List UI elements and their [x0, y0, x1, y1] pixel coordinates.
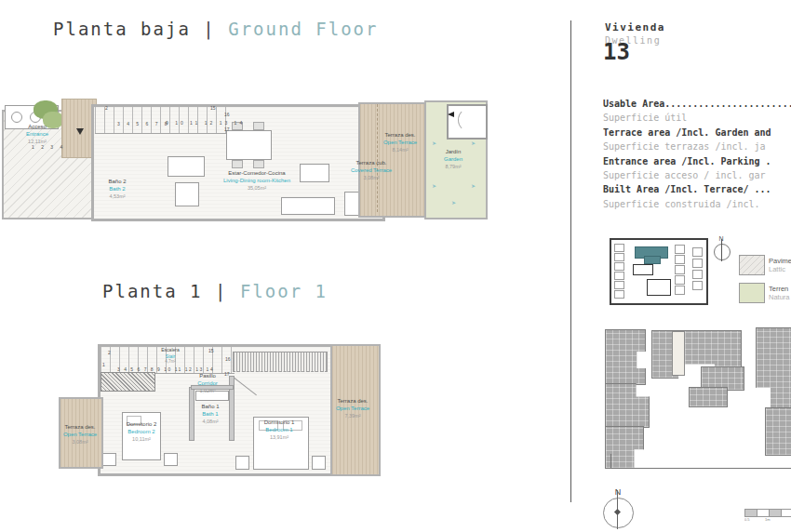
room-name-en: Bedroom 2 [127, 429, 157, 436]
north-arrow-small: N [713, 235, 730, 261]
site-building-block [605, 329, 646, 385]
legend-label-line1: Pavime [769, 257, 791, 265]
room-name-es: Terraza cub. [351, 160, 392, 167]
stair-number: 2 [108, 350, 111, 355]
room-label-bedroom2: Dormitorio 2 Bedroom 2 10,11m² [127, 421, 157, 443]
legend-entry-paving: Pavime Lattic [769, 257, 791, 273]
area-line-en: Usable Area.......................... [603, 97, 791, 111]
room-area: 3,08m² [351, 175, 392, 181]
site-building-block [765, 407, 791, 456]
floorplan-sheet: { "titles": { "ground": {"es": "Planta b… [0, 0, 791, 532]
stair-number: 15 [208, 348, 214, 353]
stair-number: 3 4 5 6 7 8 9 10 11 12 13 14 [117, 366, 214, 372]
legend-label-line2: Lattic [769, 265, 791, 273]
room-name-en: Corridor [197, 380, 218, 388]
chair [232, 160, 243, 168]
ground-floor-plan: ➤ ➤ ➤ ➤ ➤ 3 4 5 6 7 8 9 10 11 12 13 14 2… [0, 93, 488, 223]
floor1-title: Planta 1 | Floor 1 [102, 281, 328, 301]
room-label-corridor: Pasillo Corridor 1,92m² [197, 373, 218, 394]
area-line-en: Built Area /Incl. Terrace/ ... [603, 182, 791, 196]
stair-number: 16 [224, 112, 230, 117]
room-name-es: Dormitorio 2 [127, 421, 157, 429]
room-name-es: Jardín [444, 149, 463, 156]
north-label: N [601, 487, 635, 497]
chair [253, 122, 264, 130]
door-arc [458, 108, 482, 132]
key-building [675, 245, 685, 254]
key-plan [610, 238, 708, 305]
key-building [692, 259, 703, 268]
drain-arrow-icon: ➤ [432, 140, 436, 146]
room-label-covered-terrace: Terraza cub. Covered Terrace 3,08m² [351, 160, 392, 181]
key-building [614, 244, 624, 252]
north-arrow-large: N [601, 487, 635, 530]
stair-number: 15 [210, 105, 216, 111]
room-label-stair: Escalera Stair 4,7m² [161, 347, 179, 365]
room-label-garden: Jardín Garden 8,79m² [444, 149, 463, 170]
stair-number: 17 [224, 126, 230, 132]
key-building [675, 275, 685, 285]
stair-number: 17 [224, 371, 230, 377]
room-label-bath2: Baño 2 Bath 2 4,53m² [108, 179, 126, 200]
key-building [692, 247, 703, 257]
room-label-terrace-right: Terraza des. Open Terrace 7,39m² [336, 398, 369, 419]
stair-number: 1 2 3 4 [32, 144, 65, 150]
site-building-block [756, 327, 791, 411]
room-name-en: Entrance [26, 131, 48, 139]
drain-arrow-icon: ➤ [451, 199, 456, 206]
room-name-es: Baño 1 [201, 404, 219, 411]
room-area: 4,08m² [201, 419, 219, 425]
wardrobe [101, 372, 155, 392]
kitchen-counter [281, 197, 335, 215]
title-en: Floor 1 [240, 281, 328, 301]
wall-segment [189, 387, 194, 441]
key-building [675, 265, 685, 274]
terrace-divider-line [377, 104, 378, 212]
armchair [175, 182, 199, 206]
site-building-block [689, 387, 728, 407]
room-label-bedroom1: Dormitorio 1 Bedroom 1 13,91m² [264, 419, 295, 441]
room-area: 12,11m² [26, 139, 48, 145]
room-name-en: Garden [444, 156, 463, 164]
entry-door-arrow-icon [76, 128, 84, 135]
room-label-bath1: Baño 1 Bath 1 4,08m² [201, 404, 219, 425]
room-name-es: Acceso [26, 124, 48, 131]
area-line-es: Superficie útil [603, 111, 791, 125]
nightstand [312, 456, 326, 470]
chair [253, 160, 264, 168]
room-area: 4,53m² [108, 193, 126, 200]
room-area: 8,79m² [444, 164, 463, 170]
sofa [168, 156, 205, 177]
key-building [692, 270, 703, 279]
title-en: Ground Floor [228, 19, 378, 39]
key-building [614, 253, 624, 261]
room-label-terrace-left: Terraza des. Open Terrace 3,08m² [63, 424, 97, 446]
legend-entry-natural: Terren Natura [769, 285, 791, 301]
pergola-strip [233, 352, 328, 372]
drain-arrow-icon: ➤ [432, 182, 436, 189]
room-area: 7,39m² [336, 413, 369, 419]
area-line-es: Superficie construida /incl. [603, 197, 791, 211]
legend-swatch-natural [739, 283, 765, 303]
stair-number: 1 [102, 362, 105, 367]
key-building [614, 262, 624, 271]
key-building [692, 281, 703, 290]
room-area: 10,11m² [127, 436, 157, 443]
stair-number: 16 [225, 356, 231, 362]
room-area: 4,7m² [161, 359, 179, 365]
room-name-es: Estar-Comedor-Cocina [223, 170, 290, 178]
stair-number: 3 4 5 6 7 8 [117, 121, 170, 126]
site-unit-highlighted [672, 331, 685, 376]
meter-icon [11, 112, 22, 123]
title-separator: | [215, 281, 227, 301]
room-area: 13,91m² [264, 434, 295, 441]
nightstand [235, 456, 249, 470]
vertical-divider [570, 20, 571, 502]
area-line-es: Superficie acceso / incl. gar [603, 168, 791, 182]
north-circle-icon [714, 244, 731, 260]
nightstand [102, 453, 116, 466]
room-area: 8,14m² [383, 147, 417, 153]
room-area: 3,08m² [63, 439, 97, 446]
room-name-es: Terraza des. [63, 424, 97, 432]
site-building-block [605, 383, 650, 428]
